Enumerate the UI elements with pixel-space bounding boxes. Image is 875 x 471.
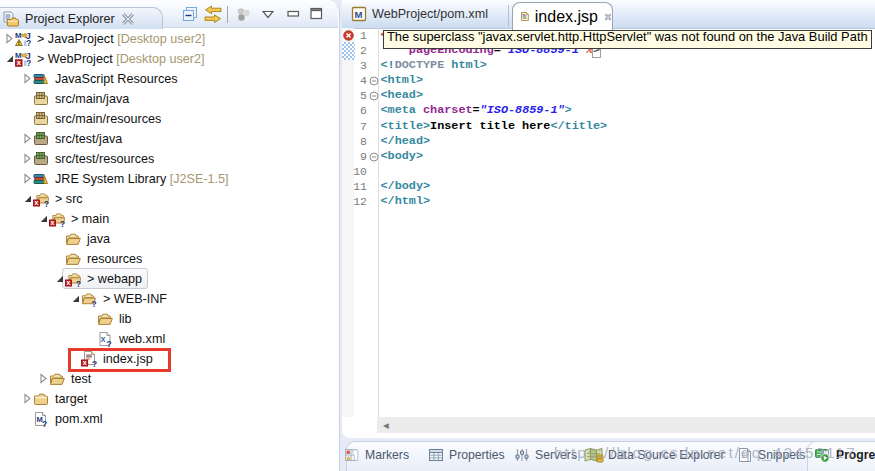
svg-text:M: M: [354, 9, 362, 20]
